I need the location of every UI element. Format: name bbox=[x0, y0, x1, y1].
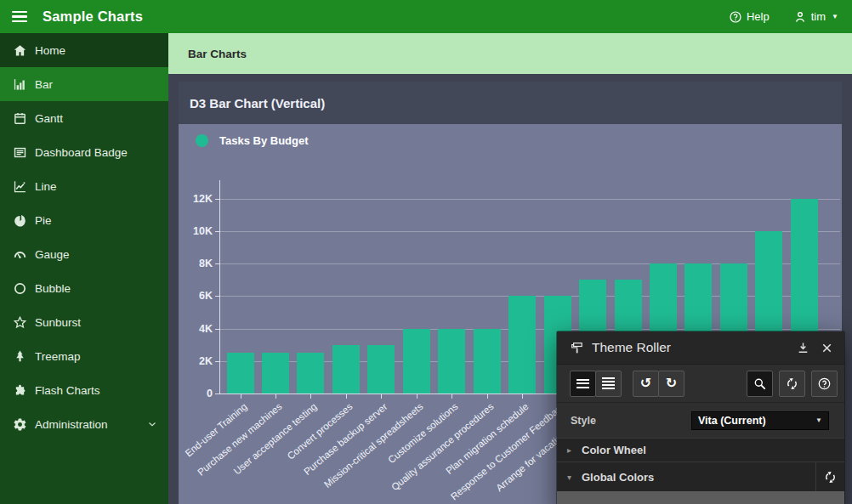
section-refresh-button[interactable] bbox=[815, 462, 844, 491]
style-row: Style Vita (Current) ▼ bbox=[557, 402, 844, 438]
undo-button[interactable]: ↺ bbox=[633, 371, 659, 397]
hamburger-menu-button[interactable] bbox=[0, 0, 39, 33]
chart-bar[interactable] bbox=[297, 353, 324, 394]
search-button[interactable] bbox=[747, 371, 773, 397]
sidebar-item-label: Pie bbox=[35, 214, 52, 227]
section-label: Color Wheel bbox=[582, 444, 646, 456]
breadcrumb-label: Bar Charts bbox=[188, 48, 247, 60]
sidebar-item-label: Administration bbox=[35, 418, 108, 431]
tree-icon bbox=[13, 349, 27, 364]
chart-bar[interactable] bbox=[438, 329, 465, 394]
y-axis-tick-label: 2K bbox=[179, 354, 213, 368]
chart-bar[interactable] bbox=[332, 345, 360, 394]
sidebar-item-flash-charts[interactable]: Flash Charts bbox=[0, 373, 168, 407]
sidebar-item-administration[interactable]: Administration bbox=[0, 407, 168, 441]
help-circle-icon bbox=[729, 10, 742, 24]
sidebar-item-line[interactable]: Line bbox=[0, 169, 168, 203]
bubble-icon bbox=[13, 281, 27, 296]
chart-panel-title: D3 Bar Chart (Vertical) bbox=[190, 96, 325, 110]
triangle-right-icon: ▸ bbox=[567, 445, 577, 455]
refresh-button[interactable] bbox=[779, 371, 805, 397]
style-label: Style bbox=[571, 415, 596, 427]
x-tick-mark bbox=[381, 394, 382, 399]
chart-bar[interactable] bbox=[403, 329, 430, 394]
x-tick-mark bbox=[522, 394, 523, 399]
chart-bar[interactable] bbox=[227, 353, 254, 394]
section-color-wheel[interactable]: ▸Color Wheel bbox=[557, 438, 844, 462]
hamburger-icon bbox=[12, 11, 27, 13]
close-icon[interactable] bbox=[820, 341, 834, 355]
sidebar-item-label: Bubble bbox=[35, 282, 71, 295]
sidebar-item-sunburst[interactable]: Sunburst bbox=[0, 305, 168, 339]
topbar-right: Help tim ▼ bbox=[729, 10, 852, 24]
y-gridline bbox=[219, 231, 840, 232]
paint-roller-icon bbox=[570, 341, 584, 355]
section-global-colors[interactable]: ▾Global Colors bbox=[557, 462, 844, 491]
x-tick-mark bbox=[241, 394, 241, 399]
breadcrumb: Bar Charts bbox=[168, 33, 852, 74]
chart-bar[interactable] bbox=[262, 353, 289, 394]
chevron-down-icon bbox=[146, 418, 158, 430]
sidebar-item-label: Gantt bbox=[35, 112, 63, 125]
sidebar-item-label: Gauge bbox=[35, 248, 70, 261]
app-root: Sample Charts Help tim ▼ HomeBarGanttDas… bbox=[0, 0, 852, 504]
sidebar-item-gantt[interactable]: Gantt bbox=[0, 101, 168, 135]
chart-bar[interactable] bbox=[508, 296, 536, 394]
refresh-icon bbox=[785, 377, 799, 391]
help-button[interactable] bbox=[811, 371, 838, 397]
sidebar-item-home[interactable]: Home bbox=[0, 33, 168, 67]
redo-button[interactable]: ↻ bbox=[658, 371, 684, 397]
help-menu[interactable]: Help bbox=[729, 10, 770, 24]
chart-bar[interactable] bbox=[474, 329, 501, 394]
y-axis-tick-label: 10K bbox=[179, 224, 213, 238]
theme-roller-section-body bbox=[557, 491, 844, 504]
chart-bar[interactable] bbox=[367, 345, 395, 394]
star-icon bbox=[13, 315, 27, 330]
section-label: Global Colors bbox=[582, 471, 654, 484]
y-axis-tick-label: 4K bbox=[179, 322, 213, 336]
user-menu[interactable]: tim ▼ bbox=[793, 10, 838, 24]
density-comfortable-button[interactable] bbox=[595, 371, 622, 397]
sidebar-item-label: Flash Charts bbox=[35, 384, 100, 397]
download-theme-button[interactable] bbox=[796, 341, 810, 355]
x-tick-mark bbox=[275, 394, 276, 399]
pie-chart-icon bbox=[13, 213, 27, 228]
theme-roller-panel: Theme Roller ↺ ↻ bbox=[557, 331, 844, 504]
density-compact-button[interactable] bbox=[570, 371, 596, 397]
search-icon bbox=[753, 377, 767, 391]
sidebar-item-label: Sunburst bbox=[35, 316, 81, 329]
y-axis-tick-label: 8K bbox=[179, 257, 213, 270]
home-icon bbox=[13, 43, 27, 58]
theme-roller-title: Theme Roller bbox=[592, 340, 671, 355]
sidebar-item-label: Line bbox=[35, 180, 57, 193]
x-tick-mark bbox=[417, 394, 417, 399]
user-label: tim bbox=[811, 10, 826, 23]
sidebar-item-gauge[interactable]: Gauge bbox=[0, 237, 168, 271]
top-bar: Sample Charts Help tim ▼ bbox=[0, 0, 852, 33]
sidebar-item-bar[interactable]: Bar bbox=[0, 67, 168, 101]
undo-icon: ↺ bbox=[640, 377, 651, 390]
x-tick-mark bbox=[452, 394, 452, 399]
y-gridline bbox=[219, 199, 840, 200]
three-lines-icon bbox=[577, 379, 589, 388]
y-axis-tick-label: 6K bbox=[179, 289, 213, 303]
x-tick-mark bbox=[346, 394, 347, 399]
sidebar-nav: HomeBarGanttDashboard BadgeLinePieGaugeB… bbox=[0, 33, 168, 504]
theme-roller-header[interactable]: Theme Roller bbox=[557, 331, 844, 364]
sidebar-item-bubble[interactable]: Bubble bbox=[0, 271, 168, 305]
theme-roller-toolbar: ↺ ↻ bbox=[557, 364, 844, 402]
x-tick-mark bbox=[310, 394, 311, 399]
sidebar-item-dashboard-badge[interactable]: Dashboard Badge bbox=[0, 135, 168, 169]
help-label: Help bbox=[747, 10, 770, 23]
gear-icon bbox=[13, 417, 27, 432]
bar-chart-icon bbox=[13, 77, 27, 92]
sidebar-item-pie[interactable]: Pie bbox=[0, 203, 168, 237]
select-caret-icon: ▼ bbox=[815, 416, 822, 424]
style-select[interactable]: Vita (Current) ▼ bbox=[691, 411, 829, 430]
y-axis-tick-label: 12K bbox=[179, 192, 213, 206]
badge-list-icon bbox=[13, 145, 27, 160]
calendar-icon bbox=[13, 111, 27, 126]
y-axis-line bbox=[219, 180, 220, 394]
user-icon bbox=[793, 10, 807, 24]
sidebar-item-treemap[interactable]: Treemap bbox=[0, 339, 168, 373]
